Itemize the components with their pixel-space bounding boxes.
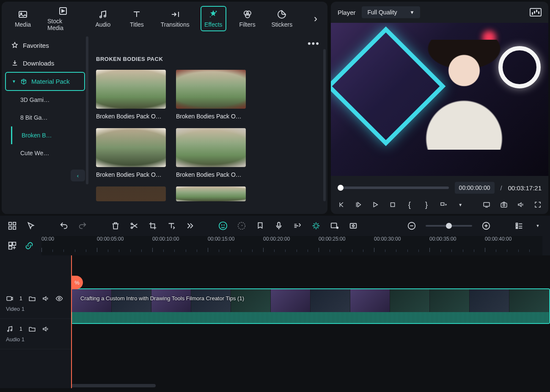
sidebar-sub-8bit-gaming[interactable]: 8 Bit Ga…: [5, 109, 85, 126]
playback-quality-dropdown[interactable]: Full Quality ▼: [362, 6, 421, 18]
tab-audio[interactable]: Audio: [90, 7, 116, 30]
video-icon: [6, 295, 14, 302]
chevron-down-icon[interactable]: ▼: [456, 200, 464, 209]
marker-icon[interactable]: [256, 221, 265, 230]
clip-label: Crafting a Custom Intro with Drawing Too…: [80, 295, 244, 302]
undo-icon[interactable]: [59, 221, 69, 230]
svg-rect-11: [441, 203, 444, 205]
svg-point-21: [219, 222, 227, 230]
svg-point-3: [100, 16, 102, 18]
tab-label: Audio: [95, 21, 110, 28]
visibility-icon[interactable]: [55, 295, 63, 302]
text-tool-icon[interactable]: [167, 221, 176, 230]
caret-down-icon: ▼: [12, 79, 16, 84]
quality-value: Full Quality: [368, 9, 397, 16]
tracks-canvas[interactable]: % Crafting a Custom Intro with Drawing T…: [71, 255, 550, 388]
stop-icon[interactable]: [389, 200, 396, 209]
tab-titles[interactable]: Titles: [124, 7, 149, 30]
svg-point-14: [503, 204, 505, 206]
tab-filters[interactable]: Filters: [235, 7, 260, 30]
effect-card[interactable]: [176, 186, 246, 201]
effect-card[interactable]: Broken Bodies Pack O…: [176, 128, 246, 178]
ai-face-icon[interactable]: [218, 221, 228, 230]
playhead-marker[interactable]: %: [71, 276, 83, 289]
fullscreen-icon[interactable]: [534, 200, 542, 209]
display-icon[interactable]: [483, 200, 490, 209]
brace-close-icon[interactable]: }: [423, 200, 430, 209]
seek-bar[interactable]: [338, 186, 449, 189]
marker-dropdown-icon[interactable]: [440, 200, 447, 209]
sidebar-downloads[interactable]: Downloads: [5, 54, 85, 72]
download-icon: [11, 59, 19, 67]
video-clip[interactable]: Crafting a Custom Intro with Drawing Too…: [71, 288, 550, 324]
more-tools-icon[interactable]: [185, 221, 195, 230]
seek-knob[interactable]: [338, 185, 344, 191]
voiceover-icon[interactable]: [274, 221, 283, 230]
duration: 00:03:17:21: [508, 184, 542, 192]
folder-icon[interactable]: [28, 295, 36, 302]
mute-icon[interactable]: [42, 295, 50, 302]
zoom-in-icon[interactable]: [481, 221, 491, 230]
volume-icon[interactable]: [517, 200, 525, 209]
ruler-tick: 00:00:40:00: [485, 236, 512, 242]
caret-down-icon[interactable]: ▼: [533, 221, 542, 230]
more-options-icon[interactable]: •••: [308, 38, 320, 49]
scopes-icon[interactable]: [530, 8, 542, 16]
redo-icon[interactable]: [78, 221, 87, 230]
selection-tool-icon[interactable]: [26, 221, 36, 230]
render-icon[interactable]: [311, 221, 321, 230]
timeline-ruler[interactable]: 00:0000:00:05:0000:00:10:0000:00:15:0000…: [41, 236, 542, 255]
media-icon: [18, 9, 28, 19]
ruler-tick: 00:00: [41, 236, 54, 242]
grid-scrollbar[interactable]: [323, 49, 326, 201]
tab-stickers[interactable]: Stickers: [269, 7, 295, 30]
svg-rect-0: [19, 11, 27, 17]
tab-label: Media: [15, 21, 31, 28]
timeline-h-scrollbar[interactable]: [71, 384, 156, 387]
sidebar-sub-3d-gaming[interactable]: 3D Gami…: [5, 91, 85, 109]
add-track-icon[interactable]: [8, 241, 17, 250]
effect-card[interactable]: [96, 186, 166, 201]
effect-card[interactable]: Broken Bodies Pack O…: [96, 70, 166, 120]
audio-mix-icon[interactable]: [293, 221, 302, 230]
split-icon[interactable]: [129, 221, 139, 230]
speed-icon[interactable]: [237, 221, 246, 230]
tab-stock-media[interactable]: Stock Media: [44, 3, 82, 34]
crop-icon[interactable]: [148, 221, 157, 230]
tab-effects[interactable]: Effects: [201, 6, 226, 31]
link-icon[interactable]: [25, 241, 34, 250]
sidebar-favorites[interactable]: Favorites: [5, 36, 85, 54]
effect-card[interactable]: Broken Bodies Pack O…: [96, 128, 166, 178]
record-screen-icon[interactable]: [330, 221, 339, 230]
svg-rect-25: [278, 222, 280, 227]
sidebar-material-pack[interactable]: ▼ Material Pack: [5, 72, 85, 91]
play-forward-icon[interactable]: [355, 200, 362, 209]
effect-card[interactable]: Broken Bodies Pack O…: [176, 70, 246, 120]
sidebar-collapse-button[interactable]: ‹: [71, 170, 85, 181]
svg-point-22: [221, 225, 223, 226]
zoom-knob[interactable]: [446, 223, 452, 229]
folder-icon[interactable]: [28, 325, 36, 333]
zoom-slider[interactable]: [426, 225, 472, 227]
video-preview[interactable]: [331, 23, 548, 176]
snapshot-icon[interactable]: [500, 200, 508, 209]
layout-icon[interactable]: [8, 221, 17, 230]
svg-rect-36: [9, 246, 12, 249]
svg-point-38: [58, 298, 60, 300]
delete-icon[interactable]: [111, 221, 120, 230]
ruler-tick: 00:00:05:00: [97, 236, 124, 242]
prev-frame-icon[interactable]: [338, 200, 345, 209]
tabs-next-chevron-icon[interactable]: ›: [312, 11, 319, 26]
brace-open-icon[interactable]: {: [406, 200, 413, 209]
zoom-out-icon[interactable]: [407, 221, 416, 230]
mute-icon[interactable]: [42, 325, 50, 333]
play-icon[interactable]: [371, 200, 379, 209]
track-view-icon[interactable]: [514, 221, 524, 230]
svg-rect-16: [13, 222, 16, 225]
keyframe-icon[interactable]: [349, 221, 358, 230]
tab-transitions[interactable]: Transitions: [158, 7, 192, 30]
effect-thumbnail: [96, 186, 166, 201]
sidebar-sub-cute-wedding[interactable]: Cute We…: [5, 144, 85, 162]
tab-media[interactable]: Media: [10, 7, 36, 30]
sidebar-sub-broken-bodies[interactable]: Broken B…: [11, 126, 85, 144]
